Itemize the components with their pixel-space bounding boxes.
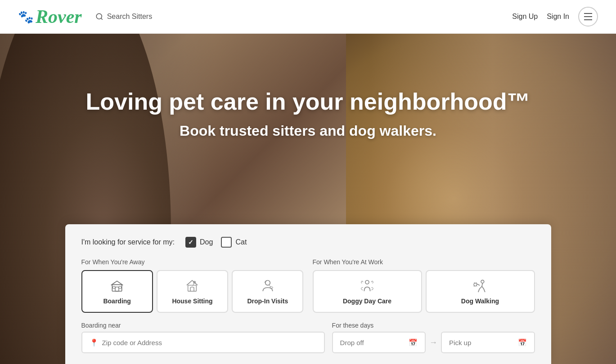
logo[interactable]: 🐾 Rover: [18, 6, 82, 27]
address-input-group: Boarding near 📍: [81, 322, 325, 353]
dog-checkbox[interactable]: [185, 237, 196, 248]
dog-label: Dog: [200, 238, 213, 246]
service-for-label: I'm looking for service for my:: [81, 238, 175, 246]
hero-title: Loving pet care in your neighborhood™: [0, 88, 616, 115]
date-arrow: →: [429, 332, 437, 353]
svg-rect-5: [119, 286, 121, 289]
hamburger-line-1: [584, 13, 592, 14]
sign-up-button[interactable]: Sign Up: [512, 13, 538, 21]
away-cards-row: Boarding House Sitting: [81, 270, 304, 313]
svg-point-11: [481, 280, 484, 283]
sections-divider: [304, 258, 313, 313]
address-input[interactable]: [102, 339, 317, 346]
svg-rect-6: [188, 285, 197, 291]
svg-point-0: [96, 13, 102, 19]
near-label: Boarding near: [81, 322, 325, 329]
dog-walking-label: Dog Walking: [461, 297, 499, 305]
dropoff-input-field[interactable]: 📅: [332, 332, 426, 353]
logo-text: Rover: [36, 6, 82, 27]
boarding-icon: [110, 279, 124, 293]
header-right: Sign Up Sign In: [512, 7, 598, 27]
boarding-label: Boarding: [103, 297, 130, 305]
search-sitters-label: Search Sitters: [107, 13, 152, 21]
search-icon: [95, 13, 103, 21]
pet-checkbox-group: Dog Cat: [185, 237, 247, 248]
service-card-dog-walking[interactable]: Dog Walking: [426, 270, 535, 313]
pickup-input-field[interactable]: 📅: [441, 332, 535, 353]
days-label: For these days: [332, 322, 535, 329]
calendar-icon-2: 📅: [518, 338, 527, 347]
services-away: For When You're Away Boarding: [81, 258, 304, 313]
hamburger-line-2: [584, 16, 592, 17]
inputs-row: Boarding near 📍 For these days 📅 →: [81, 322, 535, 353]
days-input-group: For these days 📅 → 📅: [332, 322, 535, 353]
service-card-drop-in[interactable]: Drop-In Visits: [232, 270, 303, 313]
svg-point-8: [265, 280, 270, 285]
svg-rect-4: [113, 286, 115, 289]
address-input-field[interactable]: 📍: [81, 332, 325, 353]
service-type-row: I'm looking for service for my: Dog Cat: [81, 237, 535, 248]
location-icon: 📍: [90, 338, 99, 347]
search-sitters-link[interactable]: Search Sitters: [95, 13, 152, 21]
away-section-label: For When You're Away: [81, 258, 304, 266]
hero-text-block: Loving pet care in your neighborhood™ Bo…: [0, 88, 616, 139]
svg-rect-3: [115, 287, 119, 291]
service-card-boarding[interactable]: Boarding: [81, 270, 153, 313]
header: 🐾 Rover Search Sitters Sign Up Sign In: [0, 0, 616, 34]
svg-line-1: [101, 18, 102, 19]
date-inputs: 📅 → 📅: [332, 332, 535, 353]
paw-icon: 🐾: [18, 9, 34, 24]
services-work: For When You're At Work: [313, 258, 535, 313]
drop-in-icon: [261, 279, 275, 293]
dropoff-input[interactable]: [340, 339, 405, 346]
svg-point-10: [365, 280, 369, 284]
cat-checkbox[interactable]: [221, 237, 232, 248]
calendar-icon: 📅: [409, 338, 418, 347]
sign-in-button[interactable]: Sign In: [547, 13, 569, 21]
hamburger-line-3: [584, 19, 592, 20]
header-left: 🐾 Rover Search Sitters: [18, 6, 152, 27]
doggy-day-care-label: Doggy Day Care: [343, 297, 391, 305]
hero-section: Loving pet care in your neighborhood™ Bo…: [0, 34, 616, 364]
cat-label: Cat: [235, 238, 247, 246]
cat-checkbox-item[interactable]: Cat: [221, 237, 247, 248]
work-cards-row: Doggy Day Care: [313, 270, 535, 313]
services-row: For When You're Away Boarding: [81, 258, 535, 313]
svg-rect-2: [112, 284, 121, 291]
hero-subtitle: Book trusted sitters and dog walkers.: [0, 123, 616, 139]
pickup-input[interactable]: [449, 339, 514, 346]
services-section: For When You're Away Boarding: [81, 258, 535, 313]
work-section-label: For When You're At Work: [313, 258, 535, 266]
house-sitting-label: House Sitting: [172, 297, 212, 305]
hamburger-button[interactable]: [578, 7, 598, 27]
dog-checkbox-item[interactable]: Dog: [185, 237, 213, 248]
house-sitting-icon: [185, 279, 199, 293]
drop-in-label: Drop-In Visits: [247, 297, 288, 305]
service-card-doggy-day-care[interactable]: Doggy Day Care: [313, 270, 422, 313]
service-card-house-sitting[interactable]: House Sitting: [157, 270, 228, 313]
dog-walking-icon: [473, 279, 487, 293]
doggy-day-care-icon: [360, 279, 374, 293]
search-card: I'm looking for service for my: Dog Cat …: [65, 224, 551, 364]
